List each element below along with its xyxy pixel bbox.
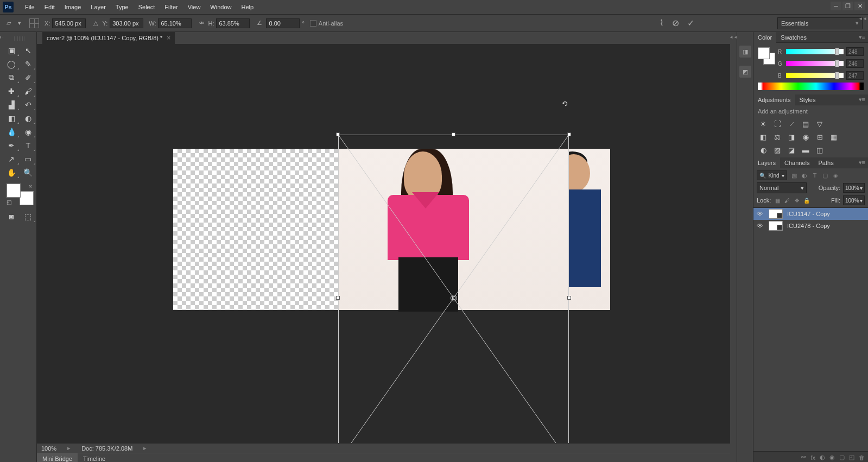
menu-layer[interactable]: Layer (86, 0, 111, 15)
pixel-filter-icon[interactable]: ▧ (790, 171, 799, 180)
type-filter-icon[interactable]: T (810, 171, 819, 180)
g-value[interactable]: 246 (846, 59, 864, 68)
y-input[interactable] (110, 18, 143, 28)
cancel-transform-button[interactable]: ⊘ (672, 18, 679, 28)
history-brush-tool[interactable]: ↶ (20, 98, 37, 111)
selective-color-icon[interactable]: ◫ (814, 145, 825, 155)
zoom-arrow-icon[interactable]: ▸ (67, 445, 71, 452)
path-select-tool[interactable]: ↗ (3, 152, 20, 166)
shape-filter-icon[interactable]: ▢ (821, 171, 829, 180)
zoom-tool[interactable]: 🔍 (20, 166, 37, 179)
foreground-color[interactable] (7, 183, 21, 198)
lut-icon[interactable]: ▦ (828, 132, 839, 142)
levels-icon[interactable]: ⛶ (772, 119, 783, 129)
blur-tool[interactable]: 💧 (3, 125, 20, 138)
stamp-tool[interactable]: ▟ (3, 98, 20, 111)
quickmask-tool[interactable]: ◙ (3, 210, 20, 223)
blend-mode-select[interactable]: Normal▾ (757, 182, 807, 193)
layer-thumbnail[interactable] (769, 221, 783, 231)
layer-item[interactable]: 👁 ICU2478 - Copy (753, 220, 868, 232)
menu-select[interactable]: Select (134, 0, 160, 15)
group-icon[interactable]: ▢ (839, 454, 845, 461)
panel-menu-icon[interactable]: ▾≡ (856, 159, 868, 166)
delta-icon[interactable]: △ (91, 19, 100, 28)
panel-grip[interactable] (14, 36, 26, 41)
swap-colors-icon[interactable]: ⤭ (28, 183, 33, 189)
channel-mixer-icon[interactable]: ⊞ (814, 132, 825, 142)
dodge-tool[interactable]: ◉ (20, 125, 37, 138)
rotation-input[interactable] (266, 18, 300, 28)
tab-timeline[interactable]: Timeline (78, 453, 111, 462)
canvas-viewport[interactable] (37, 44, 730, 443)
r-slider[interactable] (786, 49, 844, 54)
threshold-icon[interactable]: ◪ (786, 145, 797, 155)
kind-filter-select[interactable]: 🔍Kind▾ (757, 170, 787, 180)
menu-window[interactable]: Window (205, 0, 236, 15)
close-button[interactable]: ✕ (854, 2, 865, 10)
dock-collapse-left[interactable]: ◄◄ (730, 32, 737, 462)
adjustment-filter-icon[interactable]: ◐ (800, 171, 809, 180)
color-fg-swatch[interactable] (758, 47, 770, 59)
menu-filter[interactable]: Filter (160, 0, 182, 15)
mask-icon[interactable]: ◐ (820, 454, 825, 461)
move-tool[interactable]: ▣ (3, 43, 20, 57)
workspace-dropdown[interactable]: Essentials ▾ (777, 17, 863, 29)
tab-mini-bridge[interactable]: Mini Bridge (37, 453, 78, 462)
bw-icon[interactable]: ◨ (786, 132, 797, 142)
dropdown-arrow-icon[interactable]: ▾ (15, 19, 24, 28)
menu-type[interactable]: Type (111, 0, 134, 15)
lasso-tool[interactable]: ◯ (3, 57, 20, 71)
fill-input[interactable]: 100%▾ (843, 195, 865, 205)
curves-icon[interactable]: ⟋ (786, 119, 797, 129)
invert-icon[interactable]: ◐ (758, 145, 769, 155)
tab-styles[interactable]: Styles (795, 94, 820, 105)
visibility-eye-icon[interactable]: 👁 (757, 222, 764, 230)
menu-file[interactable]: File (20, 0, 40, 15)
g-slider[interactable] (786, 61, 844, 66)
hand-tool[interactable]: ✋ (3, 166, 20, 179)
hue-icon[interactable]: ◧ (758, 132, 769, 142)
b-slider[interactable] (786, 73, 844, 78)
tab-paths[interactable]: Paths (814, 157, 838, 168)
color-spectrum[interactable] (758, 83, 864, 90)
fill-adj-icon[interactable]: ◉ (829, 454, 835, 461)
link-icon[interactable]: ⚮ (197, 19, 206, 28)
w-input[interactable] (158, 18, 192, 28)
tab-layers[interactable]: Layers (753, 157, 780, 168)
tab-close-icon[interactable]: × (167, 34, 170, 42)
brush-tool[interactable]: 🖌 (20, 84, 37, 98)
new-layer-icon[interactable]: ◰ (849, 454, 854, 461)
warp-mode-button[interactable]: ⌇ (660, 18, 664, 28)
h-input[interactable] (216, 18, 250, 28)
dock-collapse-right[interactable]: ◄◄ (857, 15, 868, 22)
crop-tool[interactable]: ⧉ (3, 71, 20, 84)
transform-handle-tl[interactable] (336, 132, 340, 136)
posterize-icon[interactable]: ▨ (772, 145, 783, 155)
tab-color[interactable]: Color (753, 32, 776, 43)
menu-help[interactable]: Help (236, 0, 258, 15)
layer-thumbnail[interactable] (769, 209, 783, 219)
menu-image[interactable]: Image (60, 0, 86, 15)
gradient-tool[interactable]: ◐ (20, 111, 37, 125)
quick-select-tool[interactable]: ✎ (20, 57, 37, 71)
r-value[interactable]: 248 (846, 47, 864, 56)
link-layers-icon[interactable]: ⚯ (801, 454, 806, 461)
smart-filter-icon[interactable]: ◈ (831, 171, 840, 180)
background-color[interactable] (20, 191, 34, 205)
maximize-button[interactable]: ❐ (842, 2, 853, 10)
healing-tool[interactable]: ✚ (3, 84, 20, 98)
minimize-button[interactable]: ─ (831, 2, 841, 10)
history-panel-icon[interactable]: ◨ (739, 46, 751, 58)
lock-pixels-icon[interactable]: 🖌 (783, 197, 791, 204)
commit-transform-button[interactable]: ✓ (687, 18, 694, 28)
tab-swatches[interactable]: Swatches (776, 32, 811, 43)
fx-icon[interactable]: fx (810, 454, 815, 461)
status-arrow-icon[interactable]: ▸ (143, 445, 147, 452)
layer-name[interactable]: ICU2478 - Copy (787, 223, 830, 229)
b-value[interactable]: 247 (846, 71, 864, 80)
eraser-tool[interactable]: ◧ (3, 111, 20, 125)
artboard-tool[interactable]: ↖ (20, 43, 37, 57)
tab-channels[interactable]: Channels (780, 157, 814, 168)
menu-view[interactable]: View (183, 0, 206, 15)
document-tab[interactable]: cover2 @ 100% (ICU1147 - Copy, RGB/8) * … (42, 32, 175, 44)
